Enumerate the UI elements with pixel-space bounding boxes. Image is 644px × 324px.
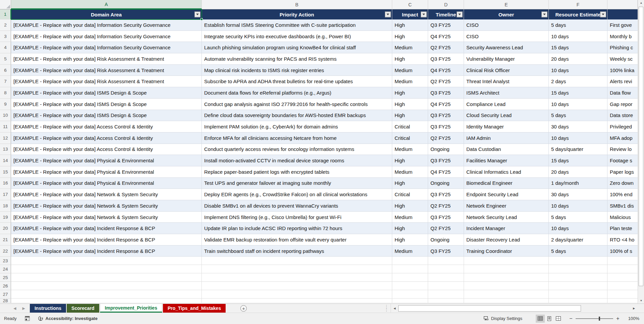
cell-metric[interactable]: Paper logs — [607, 166, 638, 178]
empty-cell[interactable] — [202, 265, 392, 273]
empty-cell[interactable] — [464, 290, 549, 299]
row-header-5[interactable]: 5 — [0, 53, 11, 65]
empty-cell[interactable] — [464, 273, 549, 282]
cell-action[interactable]: Disable SMBv1 on all devices to prevent … — [202, 200, 392, 212]
cell-domain[interactable]: [EXAMPLE - Replace with your data] Netwo… — [11, 212, 202, 223]
cell-domain[interactable]: [EXAMPLE - Replace with your data] Infor… — [11, 42, 202, 53]
cell-action[interactable]: Update IR plan to include ACSC IRD repor… — [202, 223, 392, 234]
row-header-8[interactable]: 8 — [0, 87, 11, 99]
cell-resource[interactable]: 5 days — [549, 110, 607, 121]
cell-action[interactable]: Integrate security KPIs into executive d… — [202, 31, 392, 42]
cell-owner[interactable]: CISO — [464, 31, 549, 42]
empty-cell[interactable] — [202, 257, 392, 265]
cell-timeline[interactable]: Q4 FY25 — [428, 65, 464, 76]
horizontal-scroll-thumb[interactable] — [398, 305, 581, 312]
cell-owner[interactable]: Data Custodian — [464, 144, 549, 155]
cell-action[interactable]: Document data flows for eReferral platfo… — [202, 87, 392, 99]
cell-domain[interactable]: [EXAMPLE - Replace with your data] Physi… — [11, 155, 202, 166]
cell-impact[interactable]: Medium — [392, 246, 428, 257]
cell-owner[interactable]: Security Awareness Lead — [464, 42, 549, 53]
cell-owner[interactable]: Network Engineer — [464, 200, 549, 212]
row-header-15[interactable]: 15 — [0, 166, 11, 178]
row-header-25[interactable]: 25 — [0, 273, 11, 282]
cell-owner[interactable]: Clinical Risk Officer — [464, 65, 549, 76]
empty-cell[interactable] — [607, 290, 638, 299]
cell-action[interactable]: Launch phishing simulation program using… — [202, 42, 392, 53]
empty-cell[interactable] — [549, 265, 607, 273]
cell-domain[interactable]: [EXAMPLE - Replace with your data] Incid… — [11, 223, 202, 234]
cell-metric[interactable]: Data flow — [607, 87, 638, 99]
cell-impact[interactable]: Critical — [392, 132, 428, 144]
header-cell-timeline[interactable]: Timeline — [428, 9, 464, 19]
row-header-19[interactable]: 19 — [0, 212, 11, 223]
empty-cell[interactable] — [464, 265, 549, 273]
cell-timeline[interactable]: Q2 FY25 — [428, 42, 464, 53]
page-layout-view-button[interactable] — [545, 315, 554, 323]
empty-cell[interactable] — [428, 257, 464, 265]
column-header-e[interactable]: E — [464, 0, 549, 9]
cell-impact[interactable]: Medium — [392, 144, 428, 155]
cell-timeline[interactable]: Q3 FY25 — [428, 87, 464, 99]
cell-owner[interactable]: Incident Manager — [464, 223, 549, 234]
cell-resource[interactable]: 5 days — [549, 212, 607, 223]
scroll-right-icon[interactable]: ▶ — [632, 306, 636, 311]
header-cell-impact[interactable]: Impact — [392, 9, 428, 19]
empty-cell[interactable] — [11, 282, 202, 290]
cell-resource[interactable]: 10 days — [549, 99, 607, 110]
cell-timeline[interactable]: Q4 FY25 — [428, 99, 464, 110]
cell-timeline[interactable]: Ongoing — [428, 178, 464, 189]
cell-timeline[interactable]: Ongoing — [428, 234, 464, 246]
empty-cell[interactable] — [464, 282, 549, 290]
cell-owner[interactable]: CISO — [464, 19, 549, 31]
display-settings-button[interactable]: Display Settings — [483, 316, 522, 321]
filter-dropdown-icon[interactable] — [421, 12, 427, 17]
new-sheet-icon[interactable]: + — [240, 305, 247, 312]
cell-impact[interactable]: Medium — [392, 42, 428, 53]
row-header-28[interactable]: 28 — [0, 299, 11, 303]
empty-cell[interactable] — [549, 273, 607, 282]
empty-cell[interactable] — [11, 290, 202, 299]
cell-impact[interactable]: High — [392, 31, 428, 42]
filter-dropdown-icon[interactable] — [457, 12, 463, 17]
empty-cell[interactable] — [428, 265, 464, 273]
cell-action[interactable]: Subscribe to APRA and ADHA threat bullet… — [202, 76, 392, 87]
header-cell-domain-area[interactable]: Domain Area — [11, 9, 202, 19]
page-break-view-button[interactable] — [554, 315, 563, 323]
zoom-slider[interactable] — [576, 318, 613, 319]
cell-metric[interactable]: 100% of s — [607, 246, 638, 257]
column-header-g[interactable] — [607, 0, 638, 9]
prev-sheet-icon[interactable]: ◀ — [13, 306, 16, 311]
scroll-up-icon[interactable]: ▲ — [638, 0, 644, 6]
cell-metric[interactable]: 100% end — [607, 189, 638, 200]
cell-timeline[interactable]: Q2 FY25 — [428, 200, 464, 212]
cell-timeline[interactable]: Q2 FY25 — [428, 223, 464, 234]
empty-cell[interactable] — [202, 290, 392, 299]
cell-action[interactable]: Install motion-activated CCTV in medical… — [202, 155, 392, 166]
cell-metric[interactable]: Footage s — [607, 155, 638, 166]
cell-metric[interactable]: SMBv1 dis — [607, 200, 638, 212]
header-cell-resource-estimate[interactable]: Resource Estimate — [549, 9, 607, 19]
cell-domain[interactable]: [EXAMPLE - Replace with your data] Risk … — [11, 53, 202, 65]
zoom-out-button[interactable]: − — [569, 316, 573, 322]
filter-dropdown-icon[interactable] — [600, 12, 606, 17]
cell-owner[interactable]: Cloud Security Lead — [464, 110, 549, 121]
cell-action[interactable]: Map clinical risk incidents to ISMS risk… — [202, 65, 392, 76]
empty-cell[interactable] — [464, 257, 549, 265]
cell-metric[interactable]: RTO <4 ho — [607, 234, 638, 246]
cell-owner[interactable]: Clinical Informatics Lead — [464, 166, 549, 178]
empty-cell[interactable] — [11, 265, 202, 273]
empty-cell[interactable] — [428, 273, 464, 282]
cell-owner[interactable]: Training Coordinator — [464, 246, 549, 257]
row-header-4[interactable]: 4 — [0, 42, 11, 53]
cell-domain[interactable]: [EXAMPLE - Replace with your data] ISMS … — [11, 87, 202, 99]
header-cell-owner[interactable]: Owner — [464, 9, 549, 19]
cell-domain[interactable]: [EXAMPLE - Replace with your data] Infor… — [11, 31, 202, 42]
cell-owner[interactable]: Threat Intel Analyst — [464, 76, 549, 87]
empty-cell[interactable] — [392, 257, 428, 265]
header-cell-clipped[interactable] — [607, 9, 638, 19]
empty-cell[interactable] — [392, 299, 428, 303]
vertical-scrollbar[interactable]: ▲ ▼ — [638, 0, 644, 304]
column-header-c[interactable]: C — [392, 0, 428, 9]
cell-resource[interactable]: 5 days/quarter — [549, 144, 607, 155]
cell-domain[interactable]: [EXAMPLE - Replace with your data] ISMS … — [11, 110, 202, 121]
